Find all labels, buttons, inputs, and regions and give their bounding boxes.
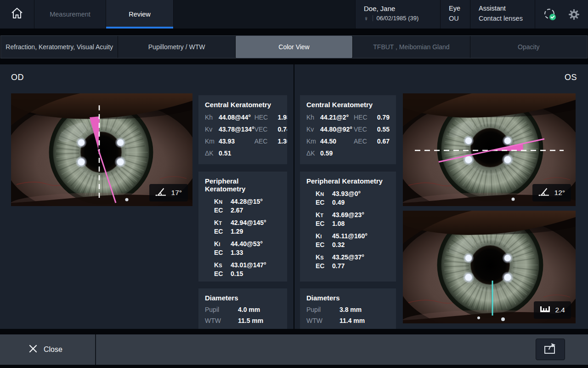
k-value: 44.80@92° bbox=[320, 126, 354, 133]
patient-divider bbox=[373, 15, 373, 21]
angle-icon bbox=[155, 187, 167, 199]
subtab-label: Color View bbox=[278, 43, 309, 51]
od-title: OD bbox=[11, 73, 24, 82]
os-angle-value: 12° bbox=[554, 189, 565, 197]
os-peripheral-keratometry-card: Peripheral Keratometry KN43.93@0° EC0.49… bbox=[300, 172, 396, 282]
os-ruler-badge: 2.4 bbox=[534, 301, 571, 319]
eye-value: OU bbox=[449, 15, 470, 22]
close-label: Close bbox=[44, 345, 62, 354]
peripheral-k-group: KS43.25@37° EC0.77 bbox=[316, 253, 390, 270]
export-button[interactable] bbox=[536, 339, 565, 360]
eye-info-block: Eye OU bbox=[440, 0, 470, 29]
k-label: Kv bbox=[306, 126, 320, 133]
export-icon bbox=[543, 342, 557, 357]
peripheral-k-group: KI44.40@53° EC1.33 bbox=[214, 240, 281, 256]
k-value: 44.50 bbox=[320, 138, 354, 145]
ec-label: VEC bbox=[254, 126, 274, 133]
settings-gear-icon[interactable] bbox=[568, 8, 580, 21]
k-label: ΔK bbox=[306, 150, 320, 157]
subtab-pupillometry-wtw[interactable]: Pupillometry / WTW bbox=[118, 36, 235, 58]
od-peripheral-keratometry-card: Peripheral Keratometry KN44.28@15° EC2.6… bbox=[198, 172, 287, 282]
subtab-label: Opacity bbox=[518, 43, 539, 51]
top-bar: Measurement Review Doe, Jane ♀ 06/02/198… bbox=[0, 0, 588, 29]
k-value: 0.51 bbox=[219, 150, 254, 157]
tab-review-label: Review bbox=[129, 11, 151, 18]
assistant-value: Contact lenses bbox=[479, 15, 535, 22]
subtab-refraction-keratometry-visual-acuity[interactable]: Refraction, Keratometry, Visual Acuity bbox=[1, 36, 118, 58]
assistant-info-block: Assistant Contact lenses bbox=[470, 0, 535, 29]
os-angle-badge: 12° bbox=[532, 184, 571, 201]
od-angle-value: 17° bbox=[171, 189, 182, 197]
ec-value: 0.55 bbox=[373, 126, 390, 133]
patient-dob: 06/02/1985 (39) bbox=[377, 15, 419, 22]
ec-label: HEC bbox=[254, 114, 274, 121]
k-label: ΔK bbox=[205, 150, 219, 157]
assistant-label: Assistant bbox=[479, 5, 535, 12]
os-eye-image-measure[interactable]: 2.4 bbox=[403, 211, 576, 323]
od-eye-image[interactable]: 17° bbox=[11, 93, 192, 206]
review-subtabs: Refraction, Keratometry, Visual Acuity P… bbox=[0, 35, 588, 58]
k-label: Kh bbox=[205, 114, 219, 121]
female-gender-icon: ♀ bbox=[364, 15, 369, 22]
card-title: Central Keratometry bbox=[306, 101, 390, 109]
ruler-icon bbox=[540, 305, 551, 315]
peripheral-k-group: KS43.01@147° EC0.15 bbox=[214, 261, 281, 277]
k-label: Kh bbox=[306, 114, 320, 121]
ec-value: 0.79 bbox=[373, 114, 390, 121]
close-button[interactable]: Close bbox=[0, 334, 95, 365]
card-title: Diameters bbox=[205, 294, 281, 302]
k-label: Km bbox=[306, 138, 320, 145]
eye-label: Eye bbox=[449, 5, 470, 12]
k-value: 43.93 bbox=[219, 138, 254, 145]
home-icon bbox=[10, 6, 24, 23]
ec-label: AEC bbox=[354, 138, 373, 145]
os-ruler-value: 2.4 bbox=[555, 306, 565, 314]
patient-name: Doe, Jane bbox=[364, 5, 440, 12]
os-diameters-card: Diameters Pupil3.8 mm WTW11.4 mm bbox=[300, 288, 396, 329]
od-angle-badge: 17° bbox=[149, 184, 188, 201]
k-value: 44.21@2° bbox=[320, 114, 354, 121]
panel-os: OS Central Keratometry Kh44.21@2°HEC0.79… bbox=[294, 64, 588, 329]
tab-review[interactable]: Review bbox=[106, 0, 174, 29]
card-title: Peripheral Keratometry bbox=[306, 177, 390, 185]
subtab-label: Pupillometry / WTW bbox=[148, 43, 205, 51]
bottom-bar: Close bbox=[0, 334, 588, 365]
home-button[interactable] bbox=[0, 0, 34, 29]
ec-label: HEC bbox=[354, 114, 373, 121]
angle-icon bbox=[538, 187, 550, 199]
ec-value: 0.74 bbox=[274, 126, 287, 133]
ec-value: 0.67 bbox=[373, 138, 390, 145]
k-label: Kv bbox=[205, 126, 219, 133]
subtab-color-view[interactable]: Color View bbox=[235, 36, 352, 58]
os-eye-image-axis[interactable]: 12° bbox=[403, 93, 576, 206]
ec-label: VEC bbox=[354, 126, 373, 133]
peripheral-k-group: KT43.69@23° EC1.08 bbox=[316, 211, 390, 227]
patient-info[interactable]: Doe, Jane ♀ 06/02/1985 (39) bbox=[355, 0, 440, 29]
bottombar-divider bbox=[95, 334, 96, 365]
os-title: OS bbox=[565, 73, 577, 82]
peripheral-k-group: KT42.94@145° EC1.29 bbox=[214, 219, 281, 235]
k-value: 44.08@44° bbox=[219, 114, 254, 121]
topbar-spacer bbox=[174, 0, 355, 29]
subtab-label: Refraction, Keratometry, Visual Acuity bbox=[6, 43, 113, 51]
topbar-icons bbox=[535, 0, 588, 29]
ec-value: 1.98 bbox=[274, 114, 287, 121]
ec-value: 1.36 bbox=[274, 138, 287, 145]
sync-status-icon[interactable] bbox=[543, 7, 557, 21]
subtab-label: TFBUT , Meibomian Gland bbox=[373, 43, 449, 51]
peripheral-k-group: KN44.28@15° EC2.67 bbox=[214, 198, 281, 214]
od-central-keratometry-card: Central Keratometry Kh44.08@44°HEC1.98 K… bbox=[198, 95, 287, 164]
od-diameters-card: Diameters Pupil4.0 mm WTW11.5 mm bbox=[198, 288, 287, 329]
ec-label: AEC bbox=[254, 138, 274, 145]
card-title: Central Keratometry bbox=[205, 101, 281, 109]
panel-od: OD bbox=[0, 64, 294, 329]
tab-measurement[interactable]: Measurement bbox=[34, 0, 106, 29]
tab-measurement-label: Measurement bbox=[50, 11, 90, 18]
peripheral-k-group: KI45.11@160° EC0.32 bbox=[316, 232, 390, 248]
subtab-opacity[interactable]: Opacity bbox=[470, 36, 587, 58]
card-title: Peripheral Keratometry bbox=[205, 177, 281, 193]
active-tab-underline bbox=[106, 27, 173, 29]
subtab-tfbut-meibomian-gland[interactable]: TFBUT , Meibomian Gland bbox=[352, 36, 469, 58]
k-value: 43.78@134° bbox=[219, 126, 254, 133]
os-central-keratometry-card: Central Keratometry Kh44.21@2°HEC0.79 Kv… bbox=[300, 95, 396, 164]
